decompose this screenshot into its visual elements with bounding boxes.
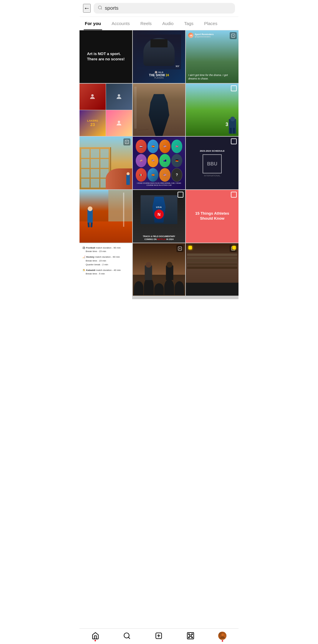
sport-reminder-name: Sport Reminders xyxy=(195,33,213,36)
grid-item-sport-reminder-video[interactable]: 3 xyxy=(186,84,238,136)
svg-point-4 xyxy=(91,94,94,97)
sport-reminder-quote: I ain't got time for the drama. I got dr… xyxy=(188,74,236,80)
show-tag: PLAYERS xyxy=(154,77,164,79)
kabaddi-info: 🤼 Kabaddi match duration - 40 min Break … xyxy=(82,269,129,276)
grid-item-stadium[interactable] xyxy=(186,243,238,296)
f1-driver-hidnansen: 🇩🇪 xyxy=(171,154,182,167)
grid-item-sport-reminder[interactable]: SR Sport Reminders @sportreminders I ain… xyxy=(186,30,238,83)
square-icon xyxy=(231,85,237,91)
sport-reminder-avatar: SR xyxy=(188,33,193,38)
f1-driver-hamilton: 🇬🇧 xyxy=(171,140,182,153)
netflix-logo: N xyxy=(154,210,164,219)
tab-tags[interactable]: Tags xyxy=(179,17,199,30)
reel-icon-boxing xyxy=(176,245,183,252)
square-icon-netflix xyxy=(178,192,183,198)
square-icon-schedule xyxy=(231,138,237,144)
svg-point-6 xyxy=(118,121,120,123)
art-quote-text: Art is NOT a sport.There are no scores! xyxy=(87,51,125,62)
grid-item-boxing[interactable] xyxy=(133,243,186,296)
grid-item-athletes-mosaic[interactable]: LAKERS23 xyxy=(80,84,132,136)
svg-marker-3 xyxy=(233,35,234,37)
hockey-info: 🏒 Hockey match duration - 60 min Break t… xyxy=(82,255,129,266)
svg-point-5 xyxy=(118,94,120,97)
tab-bar: For you Accounts Reels Audio Tags Places xyxy=(80,17,238,30)
reel-icon xyxy=(230,32,237,39)
tab-places[interactable]: Places xyxy=(199,17,223,30)
f1-driver-oward: 🇲🇽 xyxy=(136,168,147,181)
grid-item-athletes-things[interactable]: 15 Things Athletes Should Know xyxy=(186,190,238,243)
grid-item-schedule[interactable]: 2023-2024 SCHEDULE BBU INTERNATIONAL xyxy=(186,137,238,189)
football-info: ⚽ Football match duration - 90 min Break… xyxy=(82,246,129,254)
mosaic-item-messi xyxy=(106,84,132,110)
square-icon-athletes xyxy=(231,192,237,198)
tab-for-you[interactable]: For you xyxy=(80,17,106,30)
f1-driver-unknown: ? xyxy=(171,168,182,181)
f1-caption: I ROAD COURSE RACE IN AN OPEN-WHEEL CAR,… xyxy=(136,182,183,186)
f1-driver-verstappen: 🇳🇱 xyxy=(136,140,147,153)
f1-driver-mclaughlin: 🇦🇺 xyxy=(159,154,170,167)
grid-item-f1-drivers[interactable]: 🇳🇱 🇪🇸 🇺🇸 🇬🇧 🇺🇸 🇺🇸 xyxy=(133,137,186,189)
svg-marker-8 xyxy=(126,141,127,143)
f1-driver-larson: 🇺🇸 xyxy=(148,154,158,167)
grid-item-athlete-track[interactable] xyxy=(80,190,132,243)
mosaic-item-inter xyxy=(106,110,132,136)
grid-item-gym[interactable] xyxy=(133,84,186,136)
tab-reels[interactable]: Reels xyxy=(135,17,157,30)
schedule-subtitle: INTERNATIONAL xyxy=(204,175,221,177)
f1-driver-logano: 🇺🇸 xyxy=(159,168,170,181)
athletes-things-text: 15 Things Athletes Should Know xyxy=(189,211,235,221)
schedule-title: 2023-2024 SCHEDULE xyxy=(200,149,224,153)
grid-item-track[interactable] xyxy=(80,137,132,189)
search-bar[interactable]: sports xyxy=(94,3,235,14)
sport-reminder-header: SR Sport Reminders @sportreminders xyxy=(188,33,236,38)
f1-driver-palou: 🇪🇸 xyxy=(148,140,158,153)
mosaic-item-lakers: LAKERS23 xyxy=(80,110,106,136)
grid-item-mlb-show[interactable]: NY ⚾ MLB THE SHOW 24 PLAYERS xyxy=(133,30,186,83)
svg-point-0 xyxy=(98,6,102,9)
f1-driver-alonso: 🇪🇸 xyxy=(148,168,158,181)
back-button[interactable]: ← xyxy=(83,4,91,13)
schedule-logo: BBU xyxy=(203,154,222,173)
top-bar: ← sports xyxy=(80,0,238,17)
grid-item-sports-duration[interactable]: ⚽ Football match duration - 90 min Break… xyxy=(80,243,132,299)
search-icon xyxy=(98,5,102,11)
tab-audio[interactable]: Audio xyxy=(157,17,179,30)
show-title: ⚾ MLB THE SHOW 24 xyxy=(149,70,169,77)
netflix-doc-text: TRACK & FIELD DOCUMENTARY COMING ON NETF… xyxy=(143,235,175,241)
sport-reminder-handle: @sportreminders xyxy=(195,36,213,38)
reel-icon-track xyxy=(123,138,130,145)
grid-item-art-quote[interactable]: Art is NOT a sport.There are no scores! xyxy=(80,30,132,83)
tab-accounts[interactable]: Accounts xyxy=(106,17,135,30)
grid-item-netflix-doc[interactable]: N USA TRACK & FIELD DOCUMENTARY COMING O… xyxy=(133,190,186,243)
search-value: sports xyxy=(105,5,118,11)
svg-line-1 xyxy=(101,9,102,9)
f1-driver-elliott: 🇺🇸 xyxy=(136,154,147,167)
svg-marker-10 xyxy=(180,248,181,249)
content-grid: Art is NOT a sport.There are no scores! … xyxy=(80,30,238,299)
mosaic-item-mu xyxy=(80,84,106,110)
f1-driver-busch: 🇺🇸 xyxy=(159,140,170,153)
